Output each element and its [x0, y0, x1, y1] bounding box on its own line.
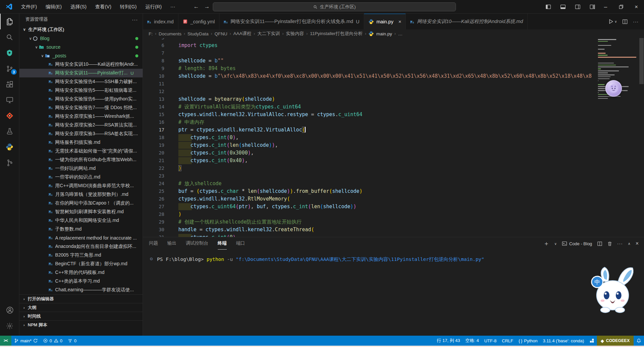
- code-line-8[interactable]: 8shellcode = b"": [143, 57, 644, 65]
- notifications-bell[interactable]: [634, 336, 644, 346]
- tree-file-item[interactable]: M↓网络安全实验报告5——彩虹猫病毒逆...: [19, 86, 143, 95]
- breadcrumb-item[interactable]: 大二下实训: [258, 31, 280, 37]
- breadcrumb-item[interactable]: Documents: [159, 31, 181, 36]
- tree-file-item[interactable]: M↓BeginCTF（新生赛道）部分wp.md: [19, 260, 143, 268]
- run-python-file-icon[interactable]: ∨: [608, 19, 617, 24]
- tab-_config.yml[interactable]: _config.yml: [178, 14, 219, 29]
- blocks-icon[interactable]: [587, 336, 597, 346]
- split-editor-icon[interactable]: [622, 19, 628, 24]
- code-line-22[interactable]: 22): [143, 164, 644, 172]
- tree-file-item[interactable]: M↓Anaconda如何在当前目录创建虚拟环...: [19, 242, 143, 251]
- close-tab-icon[interactable]: ×: [398, 19, 401, 24]
- code-line-15[interactable]: 15ctypes.windll.kernel32.VirtualAlloc.re…: [143, 111, 644, 118]
- menu-goto[interactable]: 转到(G): [116, 4, 140, 9]
- breadcrumb-file[interactable]: main.py: [376, 31, 392, 36]
- panel-tab-输出[interactable]: 输出: [167, 240, 176, 250]
- terminal-command-line[interactable]: PS F:\blog\Blog> python -u "f:\Documents…: [157, 256, 484, 263]
- code-line-28[interactable]: 28): [143, 211, 644, 218]
- code-line-18[interactable]: 18 ctypes.c_int(0),: [143, 134, 644, 141]
- code-editor[interactable]: 56import ctypes78shellcode = b""9# lengt…: [143, 38, 644, 237]
- code-line-23[interactable]: 23: [143, 172, 644, 180]
- panel-tab-问题[interactable]: 问题: [149, 240, 158, 250]
- tree-file-item[interactable]: M↓无需技术基础如何做一张“完美的”请假...: [19, 147, 143, 155]
- restore-icon[interactable]: [613, 0, 629, 14]
- sidebar-section-0[interactable]: ›打开的编辑器: [19, 294, 143, 303]
- code-line-25[interactable]: 25buf = (ctypes.c_char * len(shellcode))…: [143, 188, 644, 195]
- code-line-9[interactable]: 9# length: 894 bytes: [143, 65, 644, 72]
- account-icon[interactable]: [0, 302, 19, 318]
- test-beaker-icon[interactable]: [0, 123, 19, 139]
- teal-shield-extension-icon[interactable]: [0, 45, 19, 61]
- tree-file-item[interactable]: M↓月落乌啼算钱（斐波那契数列）.md: [19, 190, 143, 199]
- source-control-icon[interactable]: 3: [0, 61, 19, 76]
- workspace-root-row[interactable]: ∨ 生产环境 (工作区): [19, 25, 143, 34]
- code-line-11[interactable]: 11: [143, 80, 644, 88]
- code-line-12[interactable]: 12: [143, 88, 644, 95]
- search-icon[interactable]: [0, 29, 19, 45]
- codegeex-avatar[interactable]: [605, 80, 622, 97]
- split-terminal-icon[interactable]: [597, 241, 602, 246]
- breadcrumb-item[interactable]: 11Pyinstaller打包逆向分析: [310, 31, 362, 37]
- extensions-icon[interactable]: [0, 76, 19, 92]
- sidebar-section-3[interactable]: ›NPM 脚本: [19, 320, 143, 329]
- minimize-icon[interactable]: –: [598, 0, 613, 14]
- terminal-dropdown-icon[interactable]: ∨: [554, 242, 557, 246]
- code-line-21[interactable]: 21 ctypes.c_int(0x40),: [143, 157, 644, 164]
- code-line-31[interactable]: 31 ctypes.c_int(0),: [143, 234, 644, 237]
- settings-gear-icon[interactable]: [0, 318, 19, 334]
- menu-overflow[interactable]: ···: [167, 4, 179, 9]
- menu-run[interactable]: 运行(R): [142, 4, 165, 9]
- tab-main.py[interactable]: main.py×: [364, 14, 406, 29]
- more-actions-icon[interactable]: ···: [633, 19, 639, 24]
- panel-more-actions-icon[interactable]: ···: [617, 241, 623, 246]
- tab-index.md[interactable]: M↓index.md: [143, 14, 178, 29]
- kill-terminal-icon[interactable]: [607, 241, 612, 246]
- panel-tab-端口[interactable]: 端口: [236, 240, 245, 250]
- customize-layout-icon[interactable]: [590, 4, 595, 10]
- code-line-7[interactable]: 7: [143, 49, 644, 57]
- code-line-17[interactable]: 17ptr = ctypes.windll.kernel32.VirtualAl…: [143, 126, 644, 134]
- ports-status[interactable]: 0: [65, 336, 79, 346]
- toggle-secondary-sidebar-icon[interactable]: [575, 4, 581, 10]
- editor-scrollbar[interactable]: [639, 38, 644, 84]
- code-line-19[interactable]: 19 ctypes.c_int(len(shellcode)),: [143, 141, 644, 149]
- new-terminal-icon[interactable]: ＋: [543, 240, 549, 248]
- python-extension-icon[interactable]: [0, 139, 19, 155]
- code-line-14[interactable]: 14# 设置VirtualAlloc返回类型为ctypes.c_uint64: [143, 103, 644, 111]
- sidebar-section-2[interactable]: ›时间线: [19, 312, 143, 320]
- close-window-icon[interactable]: ×: [629, 0, 644, 14]
- nav-forward-icon[interactable]: →: [201, 3, 213, 10]
- nav-back-icon[interactable]: ←: [190, 3, 202, 10]
- tree-file-item[interactable]: M↓A replacement method for inaccurate ..…: [19, 234, 143, 242]
- remote-explorer-icon[interactable]: [0, 92, 19, 108]
- code-line-16[interactable]: 16# 申请内存: [143, 118, 644, 126]
- indentation[interactable]: 空格: 4: [463, 336, 481, 346]
- tree-file-item[interactable]: M↓网络安全实训10——Kali远程控制Andr...: [19, 60, 143, 69]
- tab-网络安全实训10——Kali远程控制Android系统.md[interactable]: M↓网络安全实训10——Kali远程控制Android系统.md: [406, 14, 528, 29]
- tab-网络安全实训11——Pyinstaller打包逆向分析火绒免杀.md[interactable]: M↓网络安全实训11——Pyinstaller打包逆向分析火绒免杀.mdU: [219, 14, 364, 29]
- tree-file-item[interactable]: M↓子数整数.md: [19, 225, 143, 234]
- maximize-panel-icon[interactable]: ∧: [628, 242, 631, 246]
- breadcrumb-item[interactable]: StudyData: [187, 31, 208, 36]
- tree-file-item[interactable]: M↓网络服务扫描实验.md: [19, 138, 143, 147]
- codegeex-status[interactable]: ◈ CODEGEEX: [597, 336, 634, 346]
- git-graph-icon[interactable]: [0, 155, 19, 170]
- sidebar-more-actions-icon[interactable]: ···: [132, 17, 138, 22]
- code-line-24[interactable]: 24# 放入shellcode: [143, 180, 644, 188]
- tree-file-item[interactable]: M↓网络安全实验报告7——慢 DDos 拒绝...: [19, 103, 143, 112]
- code-line-20[interactable]: 20 ctypes.c_int(0x3000),: [143, 149, 644, 157]
- code-line-26[interactable]: 26ctypes.windll.kernel32.RtlMoveMemory(: [143, 195, 644, 203]
- language-mode[interactable]: { } Python: [516, 336, 540, 346]
- tree-file-item[interactable]: M↓在你的网站中添加Capoo！（调皮的...: [19, 199, 143, 208]
- codegeex-icon[interactable]: [0, 108, 19, 123]
- tree-file-item[interactable]: M↓网络安全实训11——Pyinstaller打...U: [19, 69, 143, 77]
- breadcrumb-item[interactable]: AAA课程: [233, 31, 252, 37]
- close-panel-icon[interactable]: ×: [636, 241, 639, 247]
- branch-status[interactable]: main*: [11, 336, 40, 346]
- eol-sequence[interactable]: CRLF: [499, 336, 516, 346]
- explorer-icon[interactable]: [0, 14, 19, 29]
- tree-file-item[interactable]: M↓一键为你的所有Github仓库增加Webh...: [19, 155, 143, 164]
- menu-view[interactable]: 查看(V): [92, 4, 115, 9]
- tree-file-item[interactable]: M↓用C++调用MIDI演奏曲阜师范大学校...: [19, 182, 143, 190]
- sidebar-section-1[interactable]: ›大纲: [19, 303, 143, 312]
